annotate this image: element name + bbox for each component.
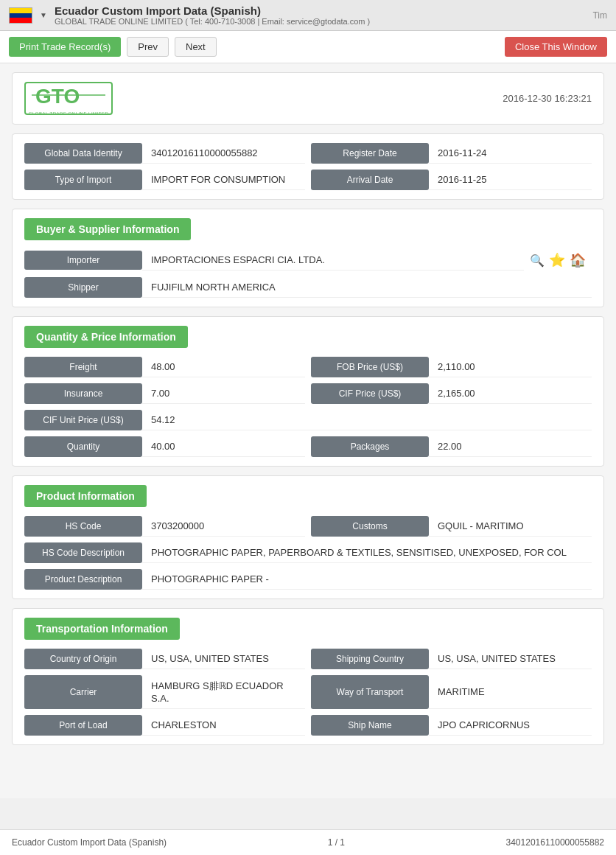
- qty-row1: Freight 48.00 FOB Price (US$) 2,110.00: [24, 357, 592, 377]
- fob-price-label: FOB Price (US$): [311, 357, 429, 377]
- ship-name-value: JPO CAPRICORNUS: [429, 715, 592, 736]
- cif-price-pair: CIF Price (US$) 2,165.00: [311, 383, 592, 404]
- top-bar: ▼ Ecuador Custom Import Data (Spanish) G…: [0, 0, 616, 31]
- dropdown-arrow[interactable]: ▼: [40, 11, 47, 19]
- transport-row3: Port of Load CHARLESTON Ship Name JPO CA…: [24, 715, 592, 736]
- logo-subtitle: GLOBAL TRADE ONLINE LIMITED: [29, 111, 109, 115]
- quantity-pair: Quantity 40.00: [24, 436, 305, 457]
- country-origin-pair: Country of Origin US, USA, UNITED STATES: [24, 649, 305, 669]
- user-info: Tim: [592, 10, 607, 21]
- identity-row2: Type of Import IMPORT FOR CONSUMPTION Ar…: [24, 170, 592, 190]
- product-desc-label: Product Description: [24, 569, 142, 590]
- main-content: GTO GLOBAL TRADE ONLINE LIMITED 2016-12-…: [0, 63, 616, 798]
- ship-name-pair: Ship Name JPO CAPRICORNUS: [311, 715, 592, 736]
- cif-price-label: CIF Price (US$): [311, 383, 429, 404]
- quantity-price-header: Quantity & Price Information: [24, 326, 188, 348]
- cif-unit-price-value: 54.12: [142, 410, 592, 430]
- quantity-value: 40.00: [142, 436, 305, 457]
- way-of-transport-label: Way of Transport: [311, 675, 429, 709]
- footer-page: 1 / 1: [328, 837, 345, 848]
- global-data-identity-label: Global Data Identity: [24, 143, 142, 164]
- product-header: Product Information: [24, 485, 147, 507]
- product-row1: HS Code 3703200000 Customs GQUIL - MARIT…: [24, 516, 592, 537]
- type-of-import-label: Type of Import: [24, 170, 142, 190]
- port-of-load-pair: Port of Load CHARLESTON: [24, 715, 305, 736]
- prev-button[interactable]: Prev: [127, 37, 169, 57]
- port-of-load-label: Port of Load: [24, 715, 142, 736]
- print-button[interactable]: Print Trade Record(s): [9, 37, 121, 57]
- arrival-date-value: 2016-11-25: [429, 170, 592, 190]
- freight-value: 48.00: [142, 357, 305, 377]
- global-data-identity-pair: Global Data Identity 3401201611000005588…: [24, 143, 305, 164]
- identity-card: Global Data Identity 3401201611000005588…: [12, 133, 604, 200]
- flag-icon: [9, 7, 32, 24]
- transport-row2: Carrier HAMBURG S腓ℝD ECUADOR S.A. Way of…: [24, 675, 592, 709]
- action-bar: Print Trade Record(s) Prev Next Close Th…: [0, 31, 616, 63]
- logo-svg: GTO: [32, 82, 105, 109]
- arrival-date-pair: Arrival Date 2016-11-25: [311, 170, 592, 190]
- transportation-card: Transportation Information Country of Or…: [12, 608, 604, 745]
- qty-row3: Quantity 40.00 Packages 22.00: [24, 436, 592, 457]
- quantity-label: Quantity: [24, 436, 142, 457]
- transport-row1: Country of Origin US, USA, UNITED STATES…: [24, 649, 592, 669]
- hs-code-label: HS Code: [24, 516, 142, 537]
- footer-record-id: 34012016110000055882: [506, 837, 604, 848]
- shipping-country-pair: Shipping Country US, USA, UNITED STATES: [311, 649, 592, 669]
- importer-value: IMPORTACIONES ESPACRI CIA. LTDA.: [142, 250, 524, 271]
- freight-label: Freight: [24, 357, 142, 377]
- quantity-price-card: Quantity & Price Information Freight 48.…: [12, 316, 604, 467]
- page-title: Ecuador Custom Import Data (Spanish): [55, 4, 370, 17]
- importer-row: Importer IMPORTACIONES ESPACRI CIA. LTDA…: [24, 249, 592, 271]
- product-card: Product Information HS Code 3703200000 C…: [12, 475, 604, 599]
- insurance-label: Insurance: [24, 383, 142, 404]
- packages-value: 22.00: [429, 436, 592, 457]
- close-button[interactable]: Close This Window: [505, 37, 607, 57]
- register-date-label: Register Date: [311, 143, 429, 164]
- way-of-transport-value: MARITIME: [429, 675, 592, 709]
- way-of-transport-pair: Way of Transport MARITIME: [311, 675, 592, 709]
- company-info: GLOBAL TRADE ONLINE LIMITED ( Tel: 400-7…: [55, 17, 370, 26]
- qty-row2: Insurance 7.00 CIF Price (US$) 2,165.00: [24, 383, 592, 404]
- fob-price-value: 2,110.00: [429, 357, 592, 377]
- port-of-load-value: CHARLESTON: [142, 715, 305, 736]
- next-button[interactable]: Next: [175, 37, 217, 57]
- freight-pair: Freight 48.00: [24, 357, 305, 377]
- register-date-value: 2016-11-24: [429, 143, 592, 164]
- country-origin-value: US, USA, UNITED STATES: [142, 649, 305, 669]
- cif-unit-price-row: CIF Unit Price (US$) 54.12: [24, 410, 592, 430]
- insurance-pair: Insurance 7.00: [24, 383, 305, 404]
- carrier-pair: Carrier HAMBURG S腓ℝD ECUADOR S.A.: [24, 675, 305, 709]
- customs-pair: Customs GQUIL - MARITIMO: [311, 516, 592, 537]
- search-icon[interactable]: 🔍: [530, 254, 545, 268]
- customs-label: Customs: [311, 516, 429, 537]
- action-icons: 🔍 ⭐ 🏠: [524, 249, 592, 271]
- arrival-date-label: Arrival Date: [311, 170, 429, 190]
- register-date-pair: Register Date 2016-11-24: [311, 143, 592, 164]
- cif-price-value: 2,165.00: [429, 383, 592, 404]
- type-of-import-value: IMPORT FOR CONSUMPTION: [142, 170, 305, 190]
- product-desc-value: PHOTOGRAPHIC PAPER -: [142, 569, 592, 590]
- insurance-value: 7.00: [142, 383, 305, 404]
- type-of-import-pair: Type of Import IMPORT FOR CONSUMPTION: [24, 170, 305, 190]
- star-icon[interactable]: ⭐: [549, 252, 565, 268]
- svg-text:GTO: GTO: [35, 85, 80, 108]
- home-icon[interactable]: 🏠: [570, 252, 586, 268]
- logo-area: GTO GLOBAL TRADE ONLINE LIMITED: [24, 82, 113, 115]
- carrier-label: Carrier: [24, 675, 142, 709]
- shipper-row: Shipper FUJIFILM NORTH AMERICA: [24, 277, 592, 298]
- importer-label: Importer: [24, 251, 142, 270]
- ship-name-label: Ship Name: [311, 715, 429, 736]
- packages-pair: Packages 22.00: [311, 436, 592, 457]
- header-datetime: 2016-12-30 16:23:21: [503, 93, 592, 104]
- shipping-country-value: US, USA, UNITED STATES: [429, 649, 592, 669]
- buyer-supplier-card: Buyer & Supplier Information Importer IM…: [12, 209, 604, 307]
- packages-label: Packages: [311, 436, 429, 457]
- transportation-header: Transportation Information: [24, 618, 180, 640]
- shipper-value: FUJIFILM NORTH AMERICA: [142, 277, 592, 298]
- product-desc-row: Product Description PHOTOGRAPHIC PAPER -: [24, 569, 592, 590]
- hs-code-desc-value: PHOTOGRAPHIC PAPER, PAPERBOARD & TEXTILE…: [142, 542, 592, 563]
- buyer-supplier-header: Buyer & Supplier Information: [24, 218, 191, 240]
- shipping-country-label: Shipping Country: [311, 649, 429, 669]
- hs-code-desc-label: HS Code Description: [24, 542, 142, 563]
- hs-code-desc-row: HS Code Description PHOTOGRAPHIC PAPER, …: [24, 542, 592, 563]
